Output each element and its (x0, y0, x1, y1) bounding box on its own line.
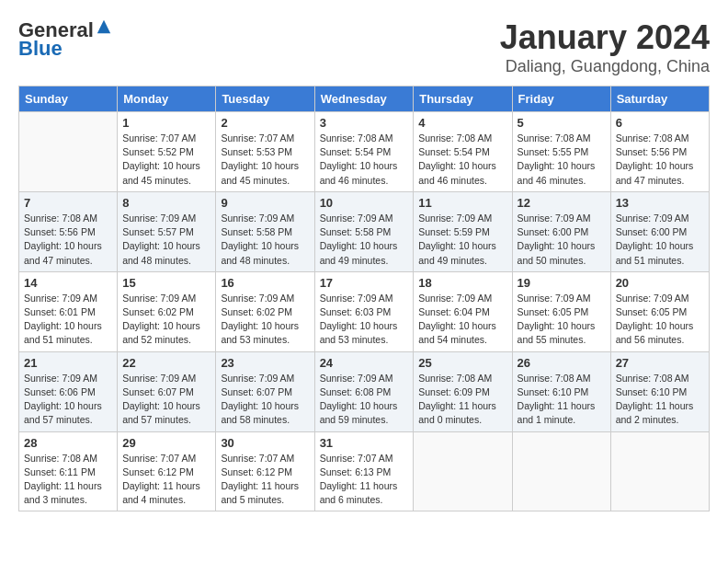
logo-icon (96, 18, 112, 35)
day-number: 24 (320, 356, 409, 370)
calendar-day-cell: 17Sunrise: 7:09 AMSunset: 6:03 PMDayligh… (314, 271, 414, 351)
day-number: 19 (518, 276, 606, 290)
day-info: Sunrise: 7:09 AMSunset: 6:01 PMDaylight:… (24, 292, 112, 348)
day-number: 21 (24, 356, 112, 370)
day-info: Sunrise: 7:07 AMSunset: 5:53 PMDaylight:… (221, 132, 309, 188)
day-number: 25 (418, 356, 506, 370)
day-info: Sunrise: 7:09 AMSunset: 6:03 PMDaylight:… (320, 292, 409, 348)
calendar-day-cell: 31Sunrise: 7:07 AMSunset: 6:13 PMDayligh… (314, 431, 414, 511)
logo: General Blue (18, 18, 112, 61)
day-info: Sunrise: 7:09 AMSunset: 6:07 PMDaylight:… (122, 372, 210, 428)
calendar-day-cell: 29Sunrise: 7:07 AMSunset: 6:12 PMDayligh… (118, 431, 216, 511)
calendar-day-cell: 11Sunrise: 7:09 AMSunset: 5:59 PMDayligh… (414, 191, 512, 271)
day-number: 30 (221, 436, 309, 450)
day-number: 9 (221, 196, 309, 210)
calendar-day-cell: 19Sunrise: 7:09 AMSunset: 6:05 PMDayligh… (512, 271, 610, 351)
day-info: Sunrise: 7:09 AMSunset: 6:04 PMDaylight:… (418, 292, 506, 348)
day-info: Sunrise: 7:08 AMSunset: 5:54 PMDaylight:… (320, 132, 409, 188)
day-info: Sunrise: 7:08 AMSunset: 5:56 PMDaylight:… (616, 132, 704, 188)
day-number: 10 (320, 196, 409, 210)
calendar-day-cell: 30Sunrise: 7:07 AMSunset: 6:12 PMDayligh… (216, 431, 314, 511)
svg-marker-0 (97, 20, 110, 33)
calendar-day-cell: 22Sunrise: 7:09 AMSunset: 6:07 PMDayligh… (118, 351, 216, 431)
day-number: 12 (518, 196, 606, 210)
weekday-header-tuesday: Tuesday (216, 86, 314, 112)
calendar-day-cell: 21Sunrise: 7:09 AMSunset: 6:06 PMDayligh… (19, 351, 118, 431)
day-number: 2 (221, 116, 309, 130)
day-info: Sunrise: 7:08 AMSunset: 6:11 PMDaylight:… (24, 452, 112, 508)
day-number: 1 (122, 116, 210, 130)
day-number: 16 (221, 276, 309, 290)
weekday-header-thursday: Thursday (414, 86, 512, 112)
calendar-week-row: 14Sunrise: 7:09 AMSunset: 6:01 PMDayligh… (19, 271, 710, 351)
calendar-day-cell: 15Sunrise: 7:09 AMSunset: 6:02 PMDayligh… (118, 271, 216, 351)
page-header: General Blue January 2024 Daliang, Guang… (18, 18, 710, 76)
day-number: 27 (616, 356, 704, 370)
weekday-header-row: SundayMondayTuesdayWednesdayThursdayFrid… (19, 86, 710, 112)
calendar-day-cell: 3Sunrise: 7:08 AMSunset: 5:54 PMDaylight… (314, 112, 414, 192)
day-number: 29 (122, 436, 210, 450)
calendar-day-cell: 26Sunrise: 7:08 AMSunset: 6:10 PMDayligh… (512, 351, 610, 431)
calendar-day-cell: 6Sunrise: 7:08 AMSunset: 5:56 PMDaylight… (610, 112, 709, 192)
day-info: Sunrise: 7:09 AMSunset: 5:59 PMDaylight:… (418, 212, 506, 268)
calendar-day-cell: 9Sunrise: 7:09 AMSunset: 5:58 PMDaylight… (216, 191, 314, 271)
calendar-day-cell: 12Sunrise: 7:09 AMSunset: 6:00 PMDayligh… (512, 191, 610, 271)
calendar-day-cell: 8Sunrise: 7:09 AMSunset: 5:57 PMDaylight… (118, 191, 216, 271)
day-info: Sunrise: 7:08 AMSunset: 6:10 PMDaylight:… (616, 372, 704, 428)
calendar-table: SundayMondayTuesdayWednesdayThursdayFrid… (18, 86, 710, 511)
day-number: 5 (518, 116, 606, 130)
weekday-header-saturday: Saturday (610, 86, 709, 112)
day-info: Sunrise: 7:08 AMSunset: 6:10 PMDaylight:… (518, 372, 606, 428)
day-number: 18 (418, 276, 506, 290)
day-info: Sunrise: 7:09 AMSunset: 5:57 PMDaylight:… (122, 212, 210, 268)
day-number: 20 (616, 276, 704, 290)
day-number: 4 (418, 116, 506, 130)
day-number: 31 (320, 436, 409, 450)
calendar-day-cell: 16Sunrise: 7:09 AMSunset: 6:02 PMDayligh… (216, 271, 314, 351)
calendar-day-cell: 13Sunrise: 7:09 AMSunset: 6:00 PMDayligh… (610, 191, 709, 271)
day-info: Sunrise: 7:07 AMSunset: 5:52 PMDaylight:… (122, 132, 210, 188)
day-info: Sunrise: 7:09 AMSunset: 6:02 PMDaylight:… (122, 292, 210, 348)
day-number: 17 (320, 276, 409, 290)
day-info: Sunrise: 7:09 AMSunset: 6:06 PMDaylight:… (24, 372, 112, 428)
day-info: Sunrise: 7:07 AMSunset: 6:12 PMDaylight:… (221, 452, 309, 508)
day-info: Sunrise: 7:08 AMSunset: 6:09 PMDaylight:… (418, 372, 506, 428)
weekday-header-monday: Monday (118, 86, 216, 112)
logo-blue: Blue (18, 37, 63, 61)
weekday-header-friday: Friday (512, 86, 610, 112)
calendar-day-cell (610, 431, 709, 511)
calendar-week-row: 21Sunrise: 7:09 AMSunset: 6:06 PMDayligh… (19, 351, 710, 431)
day-info: Sunrise: 7:09 AMSunset: 6:07 PMDaylight:… (221, 372, 309, 428)
day-info: Sunrise: 7:08 AMSunset: 5:56 PMDaylight:… (24, 212, 112, 268)
day-info: Sunrise: 7:08 AMSunset: 5:54 PMDaylight:… (418, 132, 506, 188)
day-number: 7 (24, 196, 112, 210)
calendar-day-cell: 20Sunrise: 7:09 AMSunset: 6:05 PMDayligh… (610, 271, 709, 351)
day-number: 11 (418, 196, 506, 210)
day-info: Sunrise: 7:08 AMSunset: 5:55 PMDaylight:… (518, 132, 606, 188)
day-info: Sunrise: 7:07 AMSunset: 6:12 PMDaylight:… (122, 452, 210, 508)
location: Daliang, Guangdong, China (500, 57, 710, 76)
calendar-day-cell (19, 112, 118, 192)
day-number: 6 (616, 116, 704, 130)
title-area: January 2024 Daliang, Guangdong, China (500, 18, 710, 76)
day-number: 3 (320, 116, 409, 130)
calendar-day-cell (512, 431, 610, 511)
calendar-day-cell: 10Sunrise: 7:09 AMSunset: 5:58 PMDayligh… (314, 191, 414, 271)
calendar-week-row: 7Sunrise: 7:08 AMSunset: 5:56 PMDaylight… (19, 191, 710, 271)
calendar-day-cell (414, 431, 512, 511)
calendar-day-cell: 7Sunrise: 7:08 AMSunset: 5:56 PMDaylight… (19, 191, 118, 271)
day-number: 26 (518, 356, 606, 370)
day-number: 28 (24, 436, 112, 450)
weekday-header-wednesday: Wednesday (314, 86, 414, 112)
weekday-header-sunday: Sunday (19, 86, 118, 112)
day-info: Sunrise: 7:09 AMSunset: 6:02 PMDaylight:… (221, 292, 309, 348)
day-number: 15 (122, 276, 210, 290)
day-info: Sunrise: 7:09 AMSunset: 6:08 PMDaylight:… (320, 372, 409, 428)
day-info: Sunrise: 7:09 AMSunset: 5:58 PMDaylight:… (221, 212, 309, 268)
day-info: Sunrise: 7:09 AMSunset: 6:00 PMDaylight:… (518, 212, 606, 268)
day-info: Sunrise: 7:07 AMSunset: 6:13 PMDaylight:… (320, 452, 409, 508)
calendar-day-cell: 14Sunrise: 7:09 AMSunset: 6:01 PMDayligh… (19, 271, 118, 351)
calendar-week-row: 28Sunrise: 7:08 AMSunset: 6:11 PMDayligh… (19, 431, 710, 511)
calendar-day-cell: 5Sunrise: 7:08 AMSunset: 5:55 PMDaylight… (512, 112, 610, 192)
calendar-day-cell: 25Sunrise: 7:08 AMSunset: 6:09 PMDayligh… (414, 351, 512, 431)
